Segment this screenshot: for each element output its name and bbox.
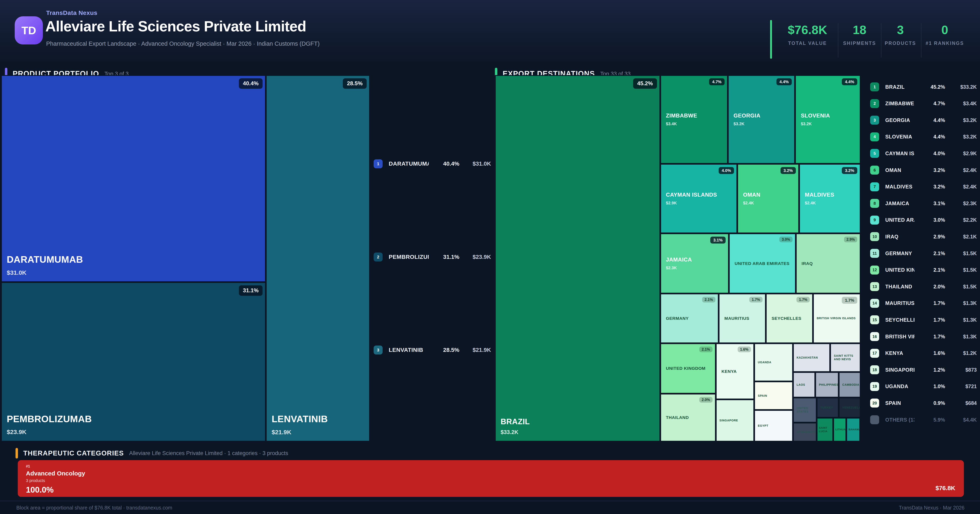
- footer-source: TransData Nexus · Mar 2026: [899, 505, 964, 511]
- treemap-block-united-states: UNITED STATES: [793, 398, 817, 422]
- footer-note: Block area = proportional share of $76.8…: [16, 505, 172, 511]
- block-name: LENVATINIB: [272, 413, 364, 425]
- treemap-block-slovenia: 4.4% SLOVENIA $3.2K: [795, 75, 861, 164]
- block-name: UNITED KINGDOM: [666, 366, 710, 371]
- legend-value: $2.4K: [945, 184, 977, 190]
- legend-value: $3.2K: [945, 134, 977, 140]
- legend-value: $1.5K: [945, 284, 977, 290]
- legend-value: $1.2K: [945, 350, 977, 356]
- legend-name: PEMBROLIZUMAB: [389, 254, 429, 260]
- legend-name: GEORGIA: [885, 117, 915, 123]
- treemap-block-saint-lucia: SAINT LUCIA: [817, 418, 833, 442]
- block-name: IRAQ: [802, 261, 855, 266]
- block-value: $2.4K: [743, 200, 793, 206]
- block-name: UNITED STATES: [797, 406, 813, 414]
- block-value: $3.2K: [801, 121, 855, 127]
- block-name: BRAZIL: [501, 417, 655, 427]
- rank-badge: 6: [870, 166, 879, 175]
- block-name: SEYCHELLES: [772, 316, 807, 321]
- rank-badge: 15: [870, 315, 879, 324]
- stat-value: $76.8K: [780, 23, 835, 37]
- block-name: JAMAICA: [666, 256, 723, 263]
- page-title: Alleviare Life Sciences Private Limited: [45, 18, 306, 35]
- block-share-badge: 31.1%: [239, 286, 263, 296]
- treemap-block-kazakhstan: KAZAKHSTAN: [793, 343, 830, 372]
- legend-pct: 4.4%: [915, 117, 945, 123]
- treemap-block-cayman-islands: 4.0% CAYMAN ISLANDS $2.9K: [660, 164, 737, 233]
- legend-pct: 0.9%: [915, 400, 945, 406]
- legend-row-pembrolizumab: 2 PEMBROLIZUMAB 31.1% $23.9K: [374, 251, 491, 263]
- block-name: EGYPT: [758, 424, 789, 428]
- treemap-block-thailand: 2.0% THAILAND: [660, 393, 716, 442]
- legend-pct: 3.2%: [915, 167, 945, 173]
- rank-badge: [870, 415, 879, 424]
- legend-name: ZIMBABWE: [885, 100, 915, 106]
- legend-name: LENVATINIB: [389, 347, 429, 353]
- legend-pct: 1.7%: [915, 300, 945, 306]
- category-name: Advanced Oncology: [26, 470, 956, 477]
- rank-badge: 4: [870, 132, 879, 141]
- rank-badge: 3: [374, 346, 383, 354]
- block-value: $23.9K: [7, 428, 260, 436]
- block-name: BAHAMAS: [848, 428, 858, 431]
- block-name: KAZAKHSTAN: [797, 356, 827, 360]
- page-subtitle: Pharmaceutical Export Landscape · Advanc…: [46, 40, 320, 47]
- block-share-badge: 3.2%: [842, 167, 857, 174]
- stat-label: TOTAL VALUE: [780, 41, 835, 46]
- block-value: $33.2K: [501, 429, 655, 436]
- stat-divider: [921, 23, 921, 57]
- legend-row-uganda: 19 UGANDA 1.0% $721: [870, 382, 977, 392]
- legend-name: UNITED ARAB EMIRATES: [885, 217, 915, 223]
- block-value: $31.0K: [7, 269, 260, 277]
- legend-name: BRITISH VIRGIN ISLANDS: [885, 334, 915, 339]
- legend-pct: 2.1%: [915, 267, 945, 273]
- legend-pct: 3.1%: [915, 200, 945, 206]
- stat-value: 3: [884, 23, 917, 37]
- treemap-block-iraq: 2.9% IRAQ: [796, 233, 861, 293]
- block-name: SINGAPORE: [719, 419, 751, 422]
- block-share-badge: 1.6%: [738, 347, 751, 352]
- legend-pct: 1.0%: [915, 384, 945, 389]
- block-share-badge: 3.2%: [781, 167, 796, 174]
- legend-value: $1.3K: [945, 334, 977, 339]
- treemap-block-afghanistan: AFGHANISTAN: [793, 423, 817, 442]
- rank-badge: 2: [374, 252, 383, 262]
- rank-badge: 8: [870, 199, 879, 208]
- legend-name: SPAIN: [885, 400, 915, 406]
- rank-badge: 7: [870, 182, 879, 191]
- treemap-block-venezuela: VENEZUELA: [839, 398, 861, 418]
- legend-name: GERMANY: [885, 251, 915, 256]
- legend-name: MALDIVES: [885, 184, 915, 190]
- legend-row-slovenia: 4 SLOVENIA 4.4% $3.2K: [870, 132, 977, 142]
- treemap-block-brazil: 45.2% BRAZIL $33.2K: [495, 75, 660, 442]
- rank-badge: 19: [870, 382, 879, 391]
- legend-name: OMAN: [885, 167, 915, 173]
- block-share-badge: 1.7%: [842, 297, 857, 304]
- block-value: $3.4K: [666, 121, 722, 127]
- legend-value: $31.0K: [460, 160, 491, 167]
- rank-badge: 20: [870, 398, 879, 408]
- legend-row-others-13: OTHERS (13+) 5.9% $4.4K: [870, 415, 977, 425]
- legend-value: $4.4K: [945, 417, 977, 423]
- rank-badge: 3: [870, 116, 879, 125]
- legend-value: $2.2K: [945, 217, 977, 223]
- block-name: GEORGIA: [733, 113, 789, 119]
- treemap-block-lithuania: LITHUANIA: [833, 418, 846, 442]
- treemap-block-lenvatinib: 28.5% LENVATINIB $21.9K: [266, 75, 370, 442]
- rank-badge: 9: [870, 216, 879, 225]
- treemap-block-kenya: 1.6% KENYA: [716, 343, 754, 399]
- legend-pct: 3.2%: [915, 184, 945, 190]
- legend-value: $1.5K: [945, 251, 977, 256]
- section-title: THERAPEUTIC CATEGORIES: [23, 449, 124, 457]
- legend-row-british-virgin-islands: 16 BRITISH VIRGIN ISLANDS 1.7% $1.3K: [870, 332, 977, 341]
- block-name: MAURITIUS: [724, 316, 760, 321]
- treemap-block-cambodia: CAMBODIA: [839, 372, 861, 398]
- block-share-badge: 1.7%: [797, 297, 810, 303]
- treemap-block-singapore: SINGAPORE: [716, 399, 754, 442]
- block-share-badge: 28.5%: [343, 78, 367, 89]
- legend-value: $2.4K: [945, 167, 977, 173]
- treemap-block-united-arab-emirates: 3.0% UNITED ARAB EMIRATES: [729, 233, 796, 293]
- legend-pct: 45.2%: [915, 84, 945, 90]
- legend-pct: 1.6%: [915, 350, 945, 356]
- category-value: $76.8K: [935, 485, 955, 492]
